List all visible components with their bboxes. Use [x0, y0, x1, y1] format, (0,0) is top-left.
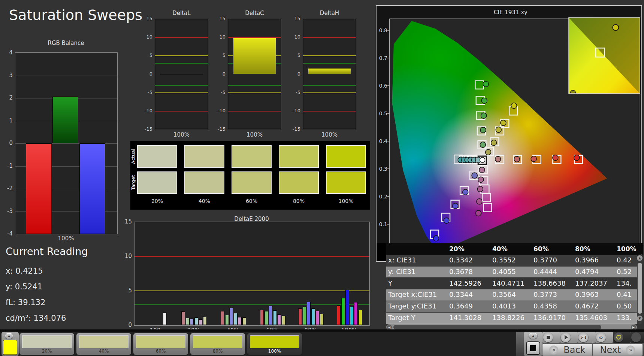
- saturation-tile-60%[interactable]: 60%: [133, 333, 188, 355]
- cie-measurement-point: [514, 156, 520, 162]
- back-button[interactable]: « Back: [542, 344, 593, 356]
- delta-chart-deltac: [228, 19, 281, 129]
- saturation-tile-40%[interactable]: 40%: [76, 333, 131, 355]
- next-button[interactable]: Next »: [592, 344, 643, 356]
- loop-button[interactable]: ∞: [596, 332, 606, 342]
- table-row-label: Y: [388, 279, 445, 287]
- table-row-label: Target x:CIE31: [388, 290, 445, 298]
- cie-y-tick: 0.6: [377, 83, 387, 89]
- table-cell: 0.3966: [575, 256, 613, 264]
- limit-line: [134, 290, 369, 291]
- current-reading-cdm2: cd/m²: 134.076: [6, 314, 66, 323]
- patch-window-button[interactable]: [526, 341, 540, 355]
- swatch-row-label: Target: [130, 173, 136, 192]
- delta-tick-label: 5: [213, 52, 226, 58]
- delta-tick-label: 10: [288, 34, 300, 40]
- vscroll-down-arrow[interactable]: ▼: [637, 316, 643, 321]
- cie-y-tick: 0.8: [377, 27, 387, 33]
- rgb-bar-green: [52, 97, 78, 143]
- cie-measurement-point: [491, 140, 497, 146]
- cie-measurement-point: [480, 142, 486, 147]
- cie-measurement-point: [481, 98, 487, 103]
- patch-up-arrow-button[interactable]: ▲: [5, 333, 13, 339]
- table-cell: 134.: [617, 279, 637, 287]
- deltae-bar: [341, 298, 345, 325]
- loop-icon: ∞: [599, 334, 603, 340]
- saturation-tile-swatch: [79, 335, 129, 348]
- limit-line: [303, 37, 356, 38]
- table-cell: 137.2037: [575, 279, 613, 287]
- limit-line: [303, 92, 356, 93]
- hscroll-right-arrow[interactable]: ▶: [631, 325, 636, 330]
- table-cell: 0.50: [617, 302, 637, 310]
- step-button[interactable]: [··]: [578, 332, 588, 342]
- delta-tick-label: 0: [288, 71, 300, 77]
- swatch-comparison-panel: ActualTarget20%40%60%80%100%: [130, 141, 370, 210]
- swatch-actual-40%: [184, 145, 224, 168]
- delta-tick-label: -5: [213, 89, 226, 95]
- deltae-bar: [345, 290, 349, 325]
- extra-button[interactable]: [631, 332, 641, 342]
- deltae-bar: [359, 310, 362, 325]
- delta-tick-label: 0: [213, 71, 226, 77]
- swatch-level-label: 20%: [137, 198, 177, 204]
- current-reading-y: y: 0.5241: [6, 282, 42, 291]
- refresh-button[interactable]: [614, 332, 623, 342]
- current-reading-title: Current Reading: [6, 246, 88, 257]
- play-button[interactable]: [561, 332, 571, 342]
- delta-chart-deltah: [303, 19, 356, 129]
- delta-tick-label: 15: [213, 16, 226, 21]
- delta-tick-label: 10: [213, 34, 226, 40]
- saturation-tile-100%[interactable]: 100%: [247, 333, 302, 355]
- current-patch-swatch: [3, 340, 17, 355]
- table-cell: 0.3564: [492, 290, 530, 298]
- cie-measurement-point: [511, 103, 517, 109]
- saturation-tile-swatch: [22, 335, 72, 348]
- hscroll-left-arrow[interactable]: ◀: [387, 325, 392, 330]
- cie-measurement-point: [495, 156, 501, 162]
- deltae-bar: [163, 313, 167, 325]
- transport-up-arrow-button[interactable]: ▲: [529, 333, 537, 339]
- delta-tick-label: 15: [140, 16, 152, 21]
- delta-x-label: 100%: [303, 131, 356, 138]
- next-arrow-icon: »: [626, 346, 635, 355]
- delta-tick-label: -15: [288, 126, 300, 132]
- vscroll-thumb[interactable]: [638, 263, 642, 314]
- table-cell: 138.6638: [533, 279, 571, 287]
- swatch-target-100%: [326, 171, 366, 194]
- delta-tick-label: 0: [140, 71, 152, 77]
- table-cell: 0.4794: [575, 268, 613, 276]
- deltae-bar: [315, 311, 319, 325]
- limit-line: [155, 55, 208, 56]
- deltae-bar: [190, 319, 194, 325]
- cie-measurement-point: [476, 210, 481, 216]
- saturation-tile-20%[interactable]: 20%: [19, 333, 74, 355]
- saturation-tile-label: 60%: [133, 349, 188, 354]
- deltae-bar: [264, 311, 268, 325]
- limit-line: [134, 304, 369, 305]
- stop-button[interactable]: [543, 332, 553, 342]
- cie-measurement-point: [553, 155, 558, 161]
- table-row-label: y: CIE31: [388, 268, 445, 276]
- cie-measurement-point: [477, 199, 482, 204]
- deltae-bar: [277, 314, 281, 325]
- limit-line: [155, 37, 208, 38]
- limit-line: [228, 111, 281, 112]
- deltae-bar: [307, 302, 311, 325]
- table-column-header: 40%: [492, 245, 530, 253]
- deltae-bar: [238, 317, 242, 325]
- swatch-level-label: 80%: [279, 198, 319, 204]
- table-header-row: 20%40%60%80%100%: [386, 243, 637, 255]
- hscroll-thumb[interactable]: [393, 325, 601, 329]
- deltae-bar: [194, 317, 198, 325]
- saturation-tile-swatch: [250, 335, 299, 348]
- table-column-header: 100%: [617, 245, 637, 253]
- saturation-tile-80%[interactable]: 80%: [190, 333, 245, 355]
- delta-x-label: 100%: [228, 131, 281, 138]
- table-cell: 0.4358: [533, 302, 571, 310]
- vscroll-up-arrow[interactable]: ▲: [637, 255, 643, 261]
- rgb-tick-label: 2: [1, 94, 13, 101]
- back-button-label: Back: [563, 345, 585, 355]
- table-cell: 0.4013: [492, 302, 530, 310]
- table-cell: 140.4711: [492, 279, 530, 287]
